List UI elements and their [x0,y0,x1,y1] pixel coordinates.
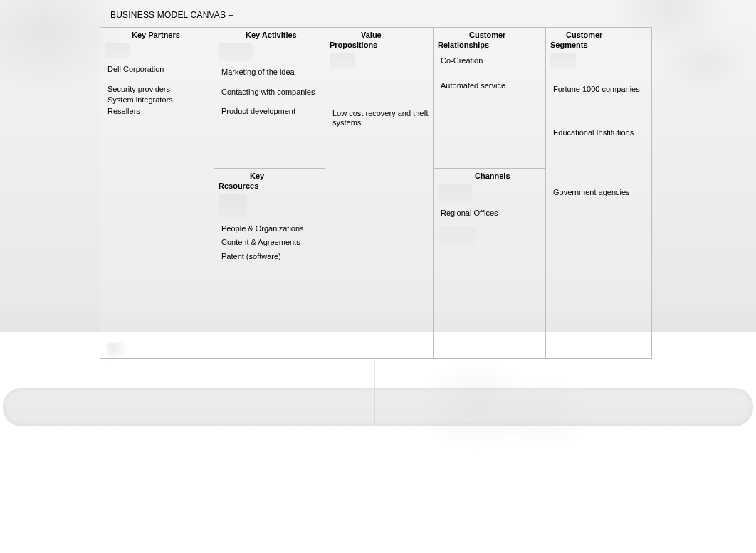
ghost-icon [438,227,476,246]
col-customer-segments: Customer Segments Fortune 1000 companies… [546,28,653,358]
col-key-partners: Key Partners Dell Corporation Security p… [100,28,214,358]
list-item: Content & Agreements [221,238,320,248]
header-channels: Channels [434,169,545,183]
header-line: Segments [550,41,649,51]
items-value-propositions: Low cost recovery and theft systems [325,73,433,133]
header-line: Customer [550,31,649,41]
list-item: Product development [221,107,320,117]
ghost-icon [438,184,472,203]
cell-key-resources: Key Resources People & Organizations Con… [214,169,325,358]
list-item: Government agencies [553,188,649,198]
cell-channels: Channels Regional Offices [434,169,545,358]
list-item: Patent (software) [221,252,320,262]
header-key-partners: Key Partners [100,28,214,42]
list-item: Educational Institutions [553,128,649,138]
header-line: Key [219,172,320,181]
items-customer-relationships: Co-Creation Automated service [434,52,545,96]
col-key-activities-resources: Key Activities Marketing of the idea Con… [214,28,325,358]
list-item: Contacting with companies [221,88,320,98]
list-item: People & Organizations [221,224,320,234]
header-line: Resources [219,181,320,191]
canvas-bottom-row [100,359,652,424]
header-value-propositions: Value Propositions [325,28,433,52]
items-key-resources: People & Organizations Content & Agreeme… [214,223,325,266]
artboard: BUSINESS MODEL CANVAS – Key Partners Del… [0,0,756,553]
header-line: Customer [438,31,541,41]
header-customer-segments: Customer Segments [546,28,653,52]
header-line: Propositions [330,41,429,51]
list-item: Co-Creation [441,56,541,66]
list-item: Marketing of the idea [221,68,320,78]
page-title: BUSINESS MODEL CANVAS – [110,10,233,20]
ghost-icon [219,194,247,218]
col-value-propositions: Value Propositions Low cost recovery and… [325,28,434,358]
items-channels: Regional Offices [434,207,545,223]
ghost-icon [550,53,576,69]
header-key-activities: Key Activities [214,28,325,42]
ghost-icon [105,43,130,59]
cell-customer-relationships: Customer Relationships Co-Creation Autom… [434,28,545,169]
list-item: System integrators [107,95,209,105]
list-item: Fortune 1000 companies [553,85,649,95]
bottom-wash [100,359,652,424]
col-customer-relationships-channels: Customer Relationships Co-Creation Autom… [434,28,546,358]
list-item: Dell Corporation [107,65,209,75]
items-customer-segments: Fortune 1000 companies Educational Insti… [546,73,653,202]
header-line: Relationships [438,41,541,51]
list-item: Regional Offices [441,209,541,218]
items-key-activities: Marketing of the idea Contacting with co… [214,66,325,121]
list-item: Security providers [107,85,209,95]
cell-key-activities: Key Activities Marketing of the idea Con… [214,28,325,169]
header-customer-relationships: Customer Relationships [434,28,545,52]
ghost-icon [330,53,355,69]
business-model-canvas: Key Partners Dell Corporation Security p… [100,27,652,359]
header-line: Value [330,31,429,41]
list-item: Resellers [107,107,209,117]
header-key-resources: Key Resources [214,169,325,193]
list-item: Automated service [441,81,541,91]
items-key-partners: Dell Corporation Security providers Syst… [100,63,214,121]
ghost-icon [219,43,253,62]
list-item: Low cost recovery and theft systems [332,109,429,129]
